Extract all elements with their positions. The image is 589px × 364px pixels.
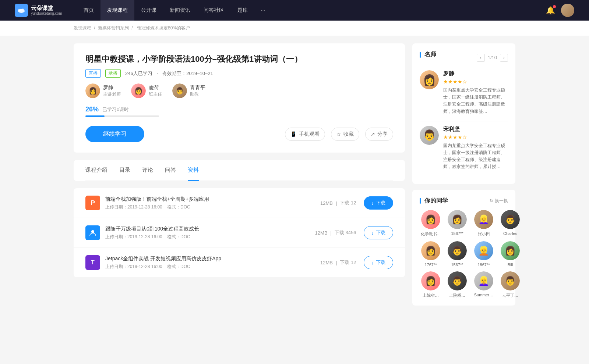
classmate-10[interactable]: 👨 上院桥… xyxy=(446,271,468,298)
teacher-3-avatar: 👨 xyxy=(172,83,187,98)
course-meta: 直播 录播 246人已学习 · 有效期至：2019–10–21 xyxy=(85,69,393,78)
nav-open-course[interactable]: 公开课 xyxy=(134,0,163,21)
progress-header: 26% 已学习0课时 xyxy=(85,106,393,113)
teacher-sidebar-1-avatar: 👩 xyxy=(420,70,439,89)
classmate-6[interactable]: 👨 1567** xyxy=(446,241,468,267)
sidebar: 名师 ‹ 1/10 › 👩 罗静 ★★★★☆ 国内某重点大学安全工程专业硕士，国… xyxy=(412,43,515,311)
classmate-9[interactable]: 👩 上院省… xyxy=(420,271,442,298)
classmate-8[interactable]: 👩 Bill xyxy=(499,241,521,267)
star-icon: ☆ xyxy=(336,131,341,137)
resource-info-2: 跟随千万级项目从0到100全过程高效成长 上传日期：2019-12-28 16:… xyxy=(105,226,315,240)
resource-icon-2 xyxy=(85,225,100,240)
teacher-1-avatar: 👩 xyxy=(85,83,100,98)
share-button[interactable]: ↗ 分享 xyxy=(365,128,393,141)
classmate-name-5: 1767** xyxy=(420,263,442,267)
resource-name-3: Jetpack全组件实战 开发短视频应用高仿皮皮虾App xyxy=(105,256,320,262)
breadcrumb-link-series[interactable]: 新媒体营销系列 xyxy=(98,25,129,31)
badge-live: 直播 xyxy=(85,69,101,78)
teacher-2: 👩 凌荷 班主任 xyxy=(131,83,162,98)
tab-intro[interactable]: 课程介绍 xyxy=(85,160,107,181)
teachers-next-button[interactable]: › xyxy=(500,54,508,62)
nav-news[interactable]: 新闻资讯 xyxy=(163,0,197,21)
classmate-11[interactable]: 👱‍♀️ Summer… xyxy=(473,271,495,298)
teacher-1-info: 罗静 主讲老师 xyxy=(103,85,121,97)
download-button-2[interactable]: ↓ 下载 xyxy=(364,226,394,239)
nav-more[interactable]: ··· xyxy=(254,0,272,21)
classmate-5[interactable]: 👩 1767** xyxy=(420,241,442,267)
classmate-4[interactable]: 👨 Charles xyxy=(499,210,521,237)
teacher-sidebar-2-name: 宋利坚 xyxy=(443,126,508,133)
classmate-name-7: 1867** xyxy=(473,263,495,267)
mobile-watch-button[interactable]: 📱 手机观看 xyxy=(285,128,325,141)
resource-meta-2: 上传日期：2019-12-28 16:00 格式：DOC xyxy=(105,234,315,240)
classmate-7[interactable]: 👱 1867** xyxy=(473,241,495,267)
main-layout: 明星中教授课，小学阶段语法100分–强化级第1讲动词（一） 直播 录播 246人… xyxy=(0,36,589,319)
breadcrumb-current: 销冠修炼术搞定80%的客户 xyxy=(137,25,190,31)
content-area: 明星中教授课，小学阶段语法100分–强化级第1讲动词（一） 直播 录播 246人… xyxy=(74,43,405,311)
notification-bell[interactable]: 🔔 xyxy=(546,6,555,15)
progress-percent: 26% xyxy=(85,106,99,113)
classmate-3[interactable]: 👱‍♀️ 张小田 xyxy=(473,210,495,237)
classmate-avatar-9: 👩 xyxy=(421,271,440,290)
meta-sep: · xyxy=(157,71,158,76)
classmate-avatar-2: 👩 xyxy=(448,210,467,229)
teacher-sidebar-1-info: 罗静 ★★★★☆ 国内某重点大学安全工程专业硕士，国家一级注册消防工程师、注册安… xyxy=(443,70,508,115)
mobile-icon: 📱 xyxy=(290,131,297,137)
user-avatar[interactable] xyxy=(561,4,574,17)
teacher-1-name: 罗静 xyxy=(103,85,121,91)
teachers-prev-button[interactable]: ‹ xyxy=(477,54,485,62)
classmate-avatar-8: 👩 xyxy=(501,241,520,260)
logo[interactable]: 云朵课堂 yunduoketang.com xyxy=(15,4,62,17)
resource-item-2: 跟随千万级项目从0到100全过程高效成长 上传日期：2019-12-28 16:… xyxy=(74,218,405,248)
classmate-name-4: Charles xyxy=(499,231,521,236)
breadcrumb-link-discover[interactable]: 发现课程 xyxy=(74,25,91,31)
collect-button[interactable]: ☆ 收藏 xyxy=(331,128,359,141)
resource-stats-2: 12MB | 下载 3456 xyxy=(315,229,356,236)
tabs: 课程介绍 目录 评论 问答 资料 xyxy=(85,160,393,181)
resource-info-1: 前端全栈加强版！前端全栈+全周期+多端应用 上传日期：2019-12-28 16… xyxy=(105,196,320,210)
download-button-1[interactable]: ↓ 下载 xyxy=(364,196,394,210)
resource-icon-1: P xyxy=(85,196,100,210)
teachers: 👩 罗静 主讲老师 👩 凌荷 班主任 xyxy=(85,83,393,98)
navigation: 云朵课堂 yunduoketang.com 首页 发现课程 公开课 新闻资讯 问… xyxy=(0,0,589,21)
classmate-avatar-10: 👨 xyxy=(448,271,467,290)
nav-qa[interactable]: 问答社区 xyxy=(197,0,231,21)
teacher-2-name: 凌荷 xyxy=(149,85,162,91)
download-button-3[interactable]: ↓ 下载 xyxy=(364,256,394,269)
teacher-sidebar-2-stars: ★★★★☆ xyxy=(443,134,508,140)
nav-items: 首页 发现课程 公开课 新闻资讯 问答社区 题库 ··· xyxy=(77,0,546,21)
classmate-avatar-3: 👱‍♀️ xyxy=(474,210,493,229)
teacher-sidebar-1: 👩 罗静 ★★★★☆ 国内某重点大学安全工程专业硕士，国家一级注册消防工程师、注… xyxy=(420,70,508,115)
classmate-name-2: 1567** xyxy=(446,231,468,236)
teacher-2-role: 班主任 xyxy=(149,91,162,97)
classmate-avatar-6: 👨 xyxy=(448,241,467,260)
classmate-name-1: 化学教书… xyxy=(420,231,442,237)
resource-icon-3: T xyxy=(85,255,100,270)
tab-qa[interactable]: 问答 xyxy=(165,160,176,181)
classmates-grid: 👩 化学教书… 👩 1567** 👱‍♀️ 张小田 👨 Charles 👩 17… xyxy=(420,210,508,298)
continue-button[interactable]: 继续学习 xyxy=(85,126,144,142)
tab-resources[interactable]: 资料 xyxy=(188,160,199,181)
teacher-sidebar-2-avatar: 👨 xyxy=(420,126,439,145)
classmate-avatar-7: 👱 xyxy=(474,241,493,260)
teacher-2-info: 凌荷 班主任 xyxy=(149,85,162,97)
classmate-avatar-11: 👱‍♀️ xyxy=(474,271,493,290)
tab-catalog[interactable]: 目录 xyxy=(119,160,130,181)
progress-section: 26% 已学习0课时 xyxy=(85,106,393,117)
valid-until: 有效期至：2019–10–21 xyxy=(162,70,213,77)
nav-home[interactable]: 首页 xyxy=(77,0,100,21)
teacher-3-info: 青青平 助教 xyxy=(190,85,205,97)
progress-bar xyxy=(85,115,159,117)
refresh-button[interactable]: ↻ 换一换 xyxy=(490,198,508,204)
classmate-2[interactable]: 👩 1567** xyxy=(446,210,468,237)
teachers-sidebar-nav: ‹ 1/10 › xyxy=(477,54,508,62)
nav-quiz[interactable]: 题库 xyxy=(231,0,254,21)
learner-count: 246人已学习 xyxy=(125,70,152,77)
tab-review[interactable]: 评论 xyxy=(142,160,153,181)
svg-point-3 xyxy=(91,230,94,233)
nav-discover[interactable]: 发现课程 xyxy=(100,0,134,21)
classmate-1[interactable]: 👩 化学教书… xyxy=(420,210,442,237)
course-actions: 继续学习 📱 手机观看 ☆ 收藏 ↗ 分享 xyxy=(85,126,393,142)
teacher-sidebar-2: 👨 宋利坚 ★★★★☆ 国内某重点大学安全工程专业硕士，国家一级注册消防工程师、… xyxy=(420,126,508,171)
classmate-12[interactable]: 👨 云平丁… xyxy=(499,271,521,298)
